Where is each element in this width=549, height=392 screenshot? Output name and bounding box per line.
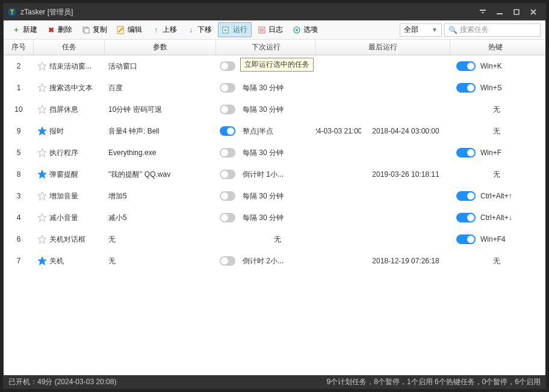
caption-button-icon[interactable] bbox=[474, 6, 491, 18]
search-icon: 🔍 bbox=[448, 26, 458, 34]
titlebar: T zTasker [管理员] bbox=[4, 4, 545, 20]
next-run: 倒计时 1小... bbox=[239, 170, 316, 180]
toggle-switch[interactable] bbox=[456, 213, 476, 222]
col-hotkey[interactable]: 热键 bbox=[450, 40, 541, 55]
next-run: 每隔 30 分钟 bbox=[239, 213, 316, 223]
toggle-switch[interactable] bbox=[456, 83, 476, 93]
table-row[interactable]: 4 减小音量 减小5 每隔 30 分钟 Ctrl+Alt+↓ bbox=[4, 207, 545, 228]
task-param: 无 bbox=[105, 256, 216, 266]
table-row[interactable]: 10 挡屏休息 10分钟 密码可退 每隔 30 分钟 无 bbox=[4, 99, 545, 120]
search-input[interactable]: 🔍搜索任务 bbox=[444, 23, 541, 37]
star-icon[interactable] bbox=[37, 126, 47, 136]
col-task[interactable]: 任务 bbox=[34, 40, 105, 55]
toggle-switch[interactable] bbox=[220, 213, 235, 222]
toggle-switch[interactable] bbox=[456, 191, 476, 201]
task-name: 搜索选中文本 bbox=[49, 83, 93, 93]
star-icon[interactable] bbox=[37, 234, 47, 244]
row-num: 4 bbox=[4, 213, 34, 222]
delete-button[interactable]: ✖删除 bbox=[43, 23, 76, 37]
options-button[interactable]: 选项 bbox=[289, 23, 321, 37]
col-param[interactable]: 参数 bbox=[105, 40, 216, 55]
star-icon[interactable] bbox=[37, 83, 47, 93]
star-icon[interactable] bbox=[37, 61, 47, 71]
maximize-icon[interactable] bbox=[508, 6, 525, 18]
toggle-switch[interactable] bbox=[220, 61, 235, 71]
task-param: 10分钟 密码可退 bbox=[105, 105, 216, 115]
table-row[interactable]: 9 报时 音量4 钟声: Bell 整点|半点 2024-03-03 21:00… bbox=[4, 120, 545, 142]
star-icon[interactable] bbox=[37, 213, 47, 222]
star-icon[interactable] bbox=[37, 256, 47, 266]
toggle-switch[interactable] bbox=[456, 234, 476, 244]
log-button[interactable]: 日志 bbox=[254, 23, 287, 37]
task-param: 减小5 bbox=[105, 213, 216, 223]
row-num: 7 bbox=[4, 257, 34, 265]
table-row[interactable]: 6 关机对话框 无 无 Win+F4 bbox=[4, 228, 545, 250]
hotkey: Ctrl+Alt+↑ bbox=[480, 192, 512, 200]
toggle-switch[interactable] bbox=[220, 126, 235, 136]
table-row[interactable]: 5 执行程序 Everything.exe 每隔 30 分钟 Win+F bbox=[4, 142, 545, 164]
hotkey: Ctrl+Alt+↓ bbox=[480, 213, 512, 222]
edit-button[interactable]: 编辑 bbox=[113, 23, 146, 37]
x-icon: ✖ bbox=[47, 26, 55, 34]
svg-rect-5 bbox=[514, 10, 519, 14]
toggle-switch[interactable] bbox=[456, 148, 476, 158]
star-icon[interactable] bbox=[37, 148, 47, 158]
movedown-label: 下移 bbox=[197, 25, 212, 35]
pencil-icon bbox=[117, 26, 125, 34]
col-num[interactable]: 序号 bbox=[4, 40, 34, 55]
star-icon[interactable] bbox=[37, 105, 47, 114]
minimize-icon[interactable] bbox=[491, 6, 508, 18]
table-header: 序号 任务 参数 下次运行 最后运行 热键 立即运行选中的任务 bbox=[4, 40, 545, 55]
copy-button[interactable]: 复制 bbox=[78, 23, 111, 37]
toggle-switch[interactable] bbox=[220, 83, 235, 93]
new-button[interactable]: ＋新建 bbox=[8, 23, 41, 37]
star-icon[interactable] bbox=[37, 170, 47, 179]
close-icon[interactable] bbox=[525, 6, 542, 18]
task-param: 百度 bbox=[105, 83, 216, 93]
toolbar: ＋新建 ✖删除 复制 编辑 ↑上移 ↓下移 运行 日志 选项 全部▼ 🔍搜索任务 bbox=[4, 20, 545, 40]
row-num: 6 bbox=[4, 235, 34, 243]
filter-dropdown[interactable]: 全部▼ bbox=[400, 23, 442, 37]
toggle-switch[interactable] bbox=[220, 148, 235, 158]
col-last[interactable]: 最后运行 bbox=[316, 40, 450, 55]
col-next[interactable]: 下次运行 bbox=[216, 40, 316, 55]
row-num: 1 bbox=[4, 84, 34, 92]
table-row[interactable]: 3 增加音量 增加5 每隔 30 分钟 Ctrl+Alt+↑ bbox=[4, 185, 545, 207]
toggle-switch[interactable] bbox=[220, 191, 235, 201]
task-name: 结束活动窗... bbox=[49, 61, 92, 72]
table-row[interactable]: 7 关机 无 倒计时 2小... 2018-12-19 07:26:18 无 bbox=[4, 250, 545, 272]
app-window: T zTasker [管理员] ＋新建 ✖删除 复制 编辑 ↑上移 ↓下移 运行… bbox=[3, 3, 546, 389]
new-label: 新建 bbox=[23, 25, 37, 35]
hotkey: 无 bbox=[450, 256, 541, 266]
movedown-button[interactable]: ↓下移 bbox=[183, 23, 216, 37]
table-row[interactable]: 8 弹窗提醒 "我的提醒" QQ.wav 倒计时 1小... 2019-03-2… bbox=[4, 164, 545, 185]
task-name: 减小音量 bbox=[49, 213, 78, 223]
run-button[interactable]: 运行 bbox=[218, 22, 252, 37]
svg-marker-19 bbox=[38, 170, 46, 179]
row-num: 2 bbox=[4, 62, 34, 70]
moveup-button[interactable]: ↑上移 bbox=[148, 23, 181, 37]
next-run: 倒计时 2小... bbox=[239, 256, 316, 266]
status-left: 已开机：49分 (2024-03-03 20:08) bbox=[8, 377, 116, 387]
svg-marker-3 bbox=[482, 12, 484, 14]
next-run: 每隔 30 分钟 bbox=[239, 83, 316, 93]
last-run-2: 2019-03-26 10:18:11 bbox=[361, 170, 450, 179]
svg-marker-16 bbox=[38, 105, 46, 114]
toggle-switch[interactable] bbox=[456, 61, 476, 71]
row-num: 3 bbox=[4, 192, 34, 200]
hotkey: Win+K bbox=[480, 62, 502, 70]
star-icon[interactable] bbox=[37, 191, 47, 201]
svg-rect-7 bbox=[84, 28, 89, 33]
toggle-switch[interactable] bbox=[220, 256, 235, 266]
table-row[interactable]: 1 搜索选中文本 百度 每隔 30 分钟 Win+S bbox=[4, 77, 545, 99]
toggle-switch[interactable] bbox=[220, 105, 235, 114]
moveup-label: 上移 bbox=[163, 25, 177, 35]
task-name: 增加音量 bbox=[49, 191, 78, 201]
svg-point-13 bbox=[296, 29, 298, 31]
app-logo-icon: T bbox=[7, 7, 17, 17]
svg-rect-2 bbox=[480, 10, 486, 11]
hotkey: 无 bbox=[450, 105, 541, 115]
task-param: "我的提醒" QQ.wav bbox=[105, 170, 216, 180]
toggle-switch[interactable] bbox=[220, 170, 235, 179]
delete-label: 删除 bbox=[58, 25, 72, 35]
